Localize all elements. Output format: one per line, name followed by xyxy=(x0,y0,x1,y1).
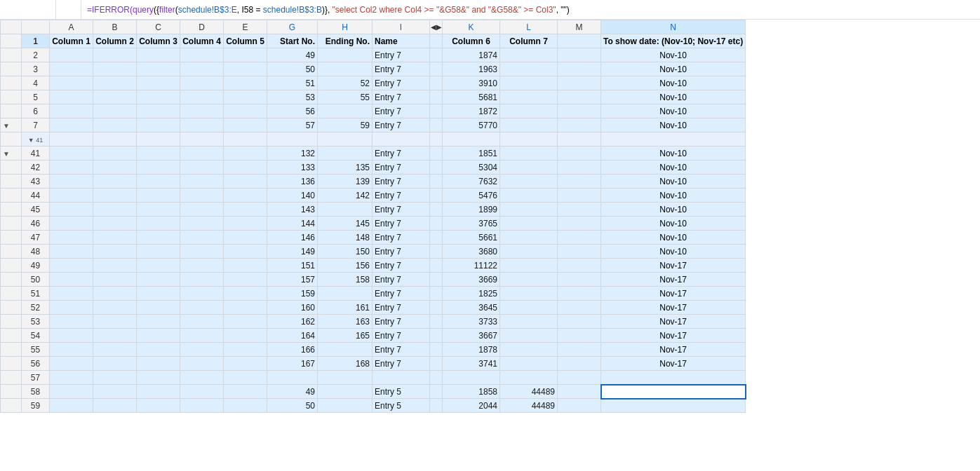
start-no-cell[interactable]: 50 xyxy=(267,399,318,413)
start-no-cell[interactable]: 149 xyxy=(267,245,318,259)
ending-no-cell[interactable]: 161 xyxy=(318,301,372,315)
empty-col[interactable] xyxy=(50,371,93,385)
start-no-cell[interactable]: 146 xyxy=(267,231,318,245)
empty-col[interactable] xyxy=(180,315,224,329)
collapse-btn[interactable]: ▼ xyxy=(3,122,10,130)
empty-col[interactable] xyxy=(93,259,137,273)
col6-cell[interactable]: 1874 xyxy=(443,48,500,62)
empty-col[interactable] xyxy=(50,76,93,90)
date-cell[interactable]: Nov-10 xyxy=(601,217,746,231)
m-col-cell[interactable] xyxy=(558,175,601,189)
col6-cell[interactable]: 1858 xyxy=(443,385,500,399)
ending-no-cell[interactable] xyxy=(318,48,372,62)
empty-col[interactable] xyxy=(50,175,93,189)
empty-col[interactable] xyxy=(137,104,180,118)
m-col-cell[interactable] xyxy=(558,245,601,259)
m-col-cell[interactable] xyxy=(558,399,601,413)
empty-col[interactable] xyxy=(180,231,224,245)
m-col-cell[interactable] xyxy=(558,231,601,245)
empty-col[interactable] xyxy=(224,371,267,385)
empty-col[interactable] xyxy=(93,245,137,259)
date-cell[interactable]: Nov-17 xyxy=(601,329,746,343)
col-header-H[interactable]: I xyxy=(372,20,430,34)
ending-no-cell[interactable]: 52 xyxy=(318,76,372,90)
col7-cell[interactable]: 44489 xyxy=(500,385,558,399)
start-no-cell[interactable]: 151 xyxy=(267,259,318,273)
col7-cell[interactable] xyxy=(500,118,558,132)
empty-col[interactable] xyxy=(224,385,267,399)
col-header-A[interactable]: A xyxy=(50,20,93,34)
date-cell[interactable] xyxy=(601,399,746,413)
empty-col[interactable] xyxy=(93,329,137,343)
name-cell[interactable]: Entry 7 xyxy=(372,104,430,118)
empty-col[interactable] xyxy=(50,189,93,203)
col6-cell[interactable]: 1825 xyxy=(443,287,500,301)
ending-no-cell[interactable] xyxy=(318,399,372,413)
col7-cell[interactable]: 44489 xyxy=(500,399,558,413)
empty-col[interactable] xyxy=(137,48,180,62)
col6-cell[interactable]: 3765 xyxy=(443,217,500,231)
name-cell[interactable]: Entry 7 xyxy=(372,245,430,259)
col7-cell[interactable] xyxy=(500,273,558,287)
ending-no-cell[interactable]: 163 xyxy=(318,315,372,329)
empty-col[interactable] xyxy=(50,118,93,132)
col-header-L[interactable]: L xyxy=(500,20,558,34)
date-cell[interactable]: Nov-10 xyxy=(601,203,746,217)
empty-col[interactable] xyxy=(93,48,137,62)
empty-col[interactable] xyxy=(180,245,224,259)
start-no-cell[interactable]: 53 xyxy=(267,90,318,104)
empty-col[interactable] xyxy=(224,175,267,189)
date-cell[interactable]: Nov-10 xyxy=(601,118,746,132)
empty-col[interactable] xyxy=(93,315,137,329)
date-cell[interactable]: Nov-10 xyxy=(601,175,746,189)
col-nav-arrows[interactable]: ◀▶ xyxy=(430,20,443,34)
date-cell[interactable]: Nov-17 xyxy=(601,259,746,273)
empty-col[interactable] xyxy=(137,259,180,273)
empty-col[interactable] xyxy=(180,301,224,315)
empty-col[interactable] xyxy=(137,76,180,90)
name-cell[interactable]: Entry 7 xyxy=(372,231,430,245)
ending-no-cell[interactable] xyxy=(318,343,372,357)
empty-col[interactable] xyxy=(93,76,137,90)
empty-col[interactable] xyxy=(224,259,267,273)
empty-col[interactable] xyxy=(50,329,93,343)
date-cell[interactable]: Nov-10 xyxy=(601,146,746,161)
date-cell[interactable] xyxy=(601,385,746,399)
empty-col[interactable] xyxy=(224,203,267,217)
name-cell[interactable]: Entry 7 xyxy=(372,343,430,357)
empty-col[interactable] xyxy=(224,76,267,90)
empty-col[interactable] xyxy=(224,287,267,301)
empty-col[interactable] xyxy=(50,245,93,259)
ending-no-cell[interactable]: 55 xyxy=(318,90,372,104)
empty-col[interactable] xyxy=(50,161,93,175)
m-col-cell[interactable] xyxy=(558,146,601,161)
empty-col[interactable] xyxy=(137,62,180,76)
date-cell[interactable]: Nov-10 xyxy=(601,76,746,90)
col7-cell[interactable] xyxy=(500,245,558,259)
col6-cell[interactable]: 3667 xyxy=(443,329,500,343)
col-header-C[interactable]: C xyxy=(137,20,180,34)
empty-col[interactable] xyxy=(50,146,93,161)
empty-col[interactable] xyxy=(50,203,93,217)
name-cell[interactable]: Entry 7 xyxy=(372,62,430,76)
col6-cell[interactable]: 3910 xyxy=(443,76,500,90)
col7-cell[interactable] xyxy=(500,203,558,217)
start-no-cell[interactable]: 167 xyxy=(267,357,318,371)
date-cell[interactable]: Nov-17 xyxy=(601,315,746,329)
col6-cell[interactable]: 1851 xyxy=(443,146,500,161)
start-no-cell[interactable]: 133 xyxy=(267,161,318,175)
empty-col[interactable] xyxy=(50,48,93,62)
empty-col[interactable] xyxy=(180,48,224,62)
start-no-cell[interactable]: 164 xyxy=(267,329,318,343)
empty-col[interactable] xyxy=(93,231,137,245)
empty-col[interactable] xyxy=(50,343,93,357)
empty-col[interactable] xyxy=(180,161,224,175)
empty-col[interactable] xyxy=(50,231,93,245)
empty-col[interactable] xyxy=(180,189,224,203)
m-col-cell[interactable] xyxy=(558,118,601,132)
empty-col[interactable] xyxy=(180,273,224,287)
col7-cell[interactable] xyxy=(500,76,558,90)
col6-cell[interactable]: 7632 xyxy=(443,175,500,189)
empty-col[interactable] xyxy=(93,104,137,118)
col7-cell[interactable] xyxy=(500,48,558,62)
